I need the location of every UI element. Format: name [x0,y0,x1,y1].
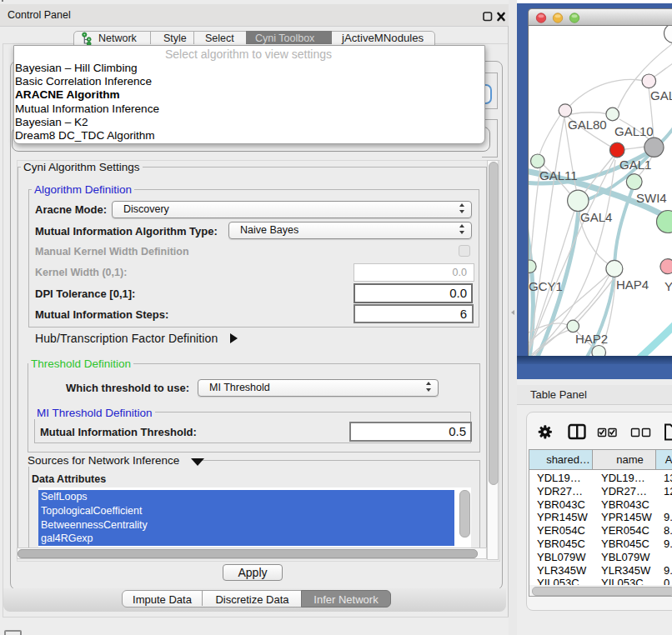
svg-text:SWI4: SWI4 [636,191,667,205]
svg-text:GAL80: GAL80 [568,118,607,132]
svg-text:GCY1: GCY1 [529,279,563,293]
svg-text:GAL11: GAL11 [539,168,578,182]
svg-text:HAP4: HAP4 [616,278,649,292]
svg-text:GAL1: GAL1 [619,158,651,172]
svg-text:GAL10: GAL10 [614,124,654,138]
svg-text:Y: Y [664,279,672,293]
svg-text:GAL4: GAL4 [580,210,612,224]
svg-text:HAP2: HAP2 [575,332,608,346]
svg-text:GAL: GAL [650,88,672,102]
